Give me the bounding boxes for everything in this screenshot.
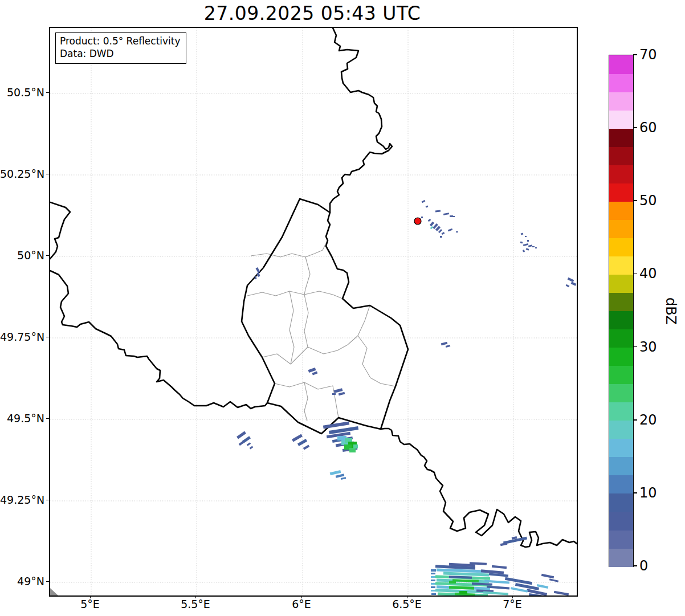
- lat-tick-label: 50.5°N: [0, 85, 44, 99]
- radar-echo: [541, 574, 554, 578]
- admin-border: [262, 305, 370, 364]
- colorbar-unit-label: dBZ: [664, 293, 679, 329]
- colorbar-segment: [609, 146, 633, 165]
- figure-title: 27.09.2025 05:43 UTC: [49, 2, 576, 25]
- country-border: [242, 199, 408, 434]
- lon-tick-mark: [512, 595, 513, 598]
- radar-echo: [443, 213, 449, 215]
- radar-echo: [521, 232, 524, 235]
- colorbar-tick-mark: [633, 200, 637, 201]
- country-border: [50, 271, 267, 409]
- colorbar-tick-label: 60: [639, 119, 657, 136]
- radar-site-marker: [414, 218, 421, 225]
- admin-border: [304, 257, 310, 295]
- radar-echo: [431, 576, 436, 578]
- radar-echo: [523, 243, 528, 246]
- colorbar-segment: [609, 110, 633, 129]
- lat-tick-mark: [46, 418, 49, 419]
- radar-echo: [446, 345, 451, 348]
- radar-echo: [237, 431, 246, 439]
- radar-echo: [566, 284, 570, 287]
- lat-tick-label: 49.25°N: [0, 493, 44, 507]
- lat-tick-label: 50°N: [0, 248, 44, 262]
- radar-echo: [435, 210, 441, 213]
- radar-echo: [456, 231, 458, 232]
- radar-echo: [568, 278, 574, 282]
- corner-terrain-patch: [50, 588, 58, 595]
- radar-echo: [549, 578, 558, 582]
- colorbar-segment: [609, 512, 633, 531]
- radar-echo: [247, 442, 251, 446]
- colorbar-segment: [609, 548, 633, 567]
- radar-echo: [292, 434, 303, 442]
- admin-border: [247, 291, 343, 299]
- lon-tick-mark: [301, 595, 302, 598]
- lon-tick-mark: [407, 595, 407, 598]
- colorbar-segment: [609, 402, 633, 421]
- colorbar-segment: [609, 292, 633, 311]
- radar-echo: [428, 219, 431, 222]
- radar-echo: [532, 246, 535, 247]
- radar-echo: [336, 474, 345, 478]
- radar-echo: [312, 372, 318, 376]
- radar-echo: [535, 247, 537, 248]
- colorbar-tick-label: 20: [639, 411, 657, 429]
- colorbar-segment: [609, 311, 633, 330]
- radar-echo: [341, 477, 346, 480]
- colorbar-segment: [609, 348, 633, 366]
- colorbar-segment: [609, 238, 633, 256]
- radar-echo: [523, 250, 525, 252]
- radar-echo: [438, 229, 442, 233]
- colorbar-tick-mark: [633, 274, 637, 275]
- lat-tick-mark: [46, 581, 49, 582]
- admin-border: [304, 382, 339, 418]
- lon-tick-label: 5°E: [59, 598, 121, 610]
- country-border: [50, 202, 70, 259]
- colorbar-segment: [609, 530, 633, 549]
- radar-echo: [431, 583, 436, 585]
- radar-echo: [353, 444, 358, 448]
- radar-map: [50, 28, 577, 595]
- radar-echo: [422, 200, 426, 203]
- map-panel: [49, 27, 578, 597]
- colorbar-tick-label: 40: [639, 265, 657, 282]
- radar-echo: [431, 590, 436, 591]
- colorbar-segment: [609, 165, 633, 183]
- radar-echo: [442, 232, 445, 235]
- reflectivity-colorbar: [609, 55, 634, 567]
- radar-echo: [421, 217, 423, 218]
- radar-echo: [528, 244, 533, 247]
- colorbar-tick-label: 70: [639, 46, 657, 63]
- colorbar-segment: [609, 274, 633, 293]
- colorbar-segment: [609, 439, 633, 458]
- lon-tick-label: 6.5°E: [376, 598, 438, 610]
- radar-echo: [492, 565, 507, 569]
- lon-tick-label: 5.5°E: [164, 598, 227, 610]
- radar-echo: [525, 236, 527, 237]
- colorbar-segment: [609, 475, 633, 494]
- colorbar-tick-mark: [633, 492, 637, 493]
- radar-echo: [332, 393, 336, 395]
- radar-echo: [330, 470, 341, 475]
- colorbar-tick-label: 0: [639, 557, 648, 574]
- admin-border: [358, 336, 395, 386]
- admin-border: [290, 291, 294, 364]
- colorbar-tick-label: 10: [639, 484, 657, 501]
- radar-echo: [431, 586, 435, 588]
- colorbar-segment: [609, 55, 633, 74]
- radar-echo: [431, 573, 435, 574]
- colorbar-segment: [609, 183, 633, 202]
- lat-tick-mark: [46, 92, 49, 93]
- lat-tick-mark: [46, 255, 49, 256]
- lat-tick-label: 49°N: [0, 574, 44, 588]
- radar-echo: [349, 448, 356, 452]
- colorbar-tick-label: 50: [639, 192, 657, 209]
- colorbar-tick-mark: [633, 54, 637, 55]
- radar-echo: [526, 248, 529, 251]
- radar-echo: [426, 205, 429, 207]
- radar-echo: [448, 229, 453, 232]
- lon-tick-label: 7°E: [481, 598, 544, 610]
- colorbar-tick-mark: [633, 346, 637, 348]
- radar-echo: [339, 392, 345, 396]
- lat-tick-label: 50.25°N: [0, 167, 44, 181]
